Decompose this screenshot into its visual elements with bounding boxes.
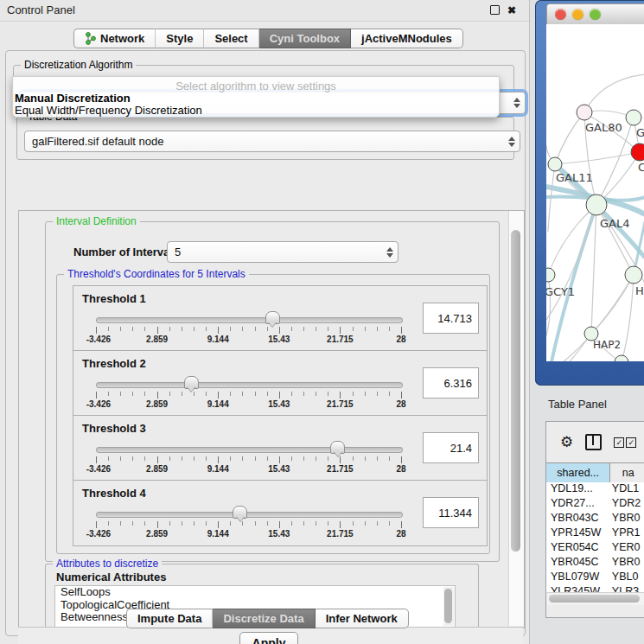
close-icon[interactable]: ✖ [507,5,517,16]
table-data-combobox[interactable]: galFiltered.sif default node [24,131,520,152]
tab-cyni-toolbox[interactable]: Cyni Toolbox [259,29,351,48]
tab-discretize-data[interactable]: Discretize Data [213,609,315,628]
network-node[interactable] [577,105,592,120]
table-hscroll-thumb[interactable] [549,595,640,603]
network-node[interactable] [586,194,607,215]
slider-ticks [96,456,401,463]
minimize-traffic-light-icon[interactable] [572,9,583,20]
table-toolbar: ⚙ ✓ ✓ [546,422,644,462]
tab-label: Style [166,32,193,45]
table-row[interactable]: YBR043CYBR0 [546,512,644,526]
slider-tick-labels: -3.4262.8599.14415.4321.71528 [96,464,401,475]
network-window-titlebar [546,3,644,25]
table-cell: YBR0 [608,556,644,571]
slider-ticks [96,392,401,399]
content-scrollbar-thumb[interactable] [511,230,520,552]
tab-style[interactable]: Style [156,29,204,48]
combo-arrows-icon [508,137,515,147]
table-row[interactable]: YBR045CYBR0 [546,556,644,571]
slider-track[interactable] [96,317,403,323]
combo-arrows-icon [513,98,520,108]
node-label: GAL11 [556,171,593,184]
network-node[interactable] [548,157,562,171]
thresholds-group-title: Threshold's Coordinates for 5 Intervals [64,268,249,280]
network-node[interactable] [615,355,628,361]
table-cell: YER054C [546,541,608,556]
table-horizontal-scrollbar[interactable] [547,592,644,605]
slider-thumb[interactable] [330,441,345,454]
right-column: GAL80GACGAL11GAL4GCY1HHAP2 Table Panel ⚙… [529,0,644,644]
slider-thumb[interactable] [233,506,247,519]
table-cell: YBL079W [546,571,608,585]
tab-impute-data[interactable]: Impute Data [126,609,213,628]
network-node[interactable] [625,266,642,284]
popup-placeholder-item[interactable]: Select algorithm to view settings [13,80,499,92]
content-scrollbar[interactable] [508,211,524,626]
tab-infer-network[interactable]: Infer Network [316,609,409,628]
interval-definition-title: Interval Definition [53,215,140,227]
table-cell: YDL1 [608,482,644,497]
thresholds-group: Threshold's Coordinates for 5 Intervals … [56,274,490,554]
slider-track[interactable] [96,512,403,518]
threshold-value-field[interactable]: 11.344 [423,497,479,528]
table-row[interactable]: YER054CYER0 [546,541,644,556]
tab-select[interactable]: Select [204,29,258,48]
tab-label: Network [100,32,144,45]
checkbox-checked-icon[interactable]: ✓ [614,437,624,448]
network-node[interactable] [546,268,555,282]
table-row[interactable]: YDL19...YDL1 [546,482,644,497]
popup-item-equal-width[interactable]: Equal Width/Frequency Discretization [15,104,202,117]
slider-thumb[interactable] [184,376,199,389]
checkbox-checked-icon[interactable]: ✓ [626,437,636,448]
zoom-traffic-light-icon[interactable] [590,9,601,20]
node-label: GA [636,126,644,139]
columns-icon[interactable] [585,434,602,450]
table-data-value: galFiltered.sif default node [32,135,163,148]
threshold-label: Threshold 4 [82,487,146,500]
slider-thumb[interactable] [265,311,280,324]
threshold-value-field[interactable]: 21.4 [423,432,479,463]
network-node[interactable] [631,143,644,161]
slider-tick-labels: -3.4262.8599.14415.4321.71528 [96,335,401,345]
network-canvas[interactable]: GAL80GACGAL11GAL4GCY1HHAP2 [546,24,644,361]
threshold-panel-4: Threshold 4-3.4262.8599.14415.4321.71528… [73,480,488,546]
network-node[interactable] [626,110,641,125]
slider-tick-labels: -3.4262.8599.14415.4321.71528 [96,529,401,539]
table-row[interactable]: YLR345WYLR3 [546,585,644,592]
attribute-list-item[interactable]: SelfLoops [55,586,455,599]
slider-tick-labels: -3.4262.8599.14415.4321.71528 [96,399,401,410]
tab-jactivemnodules[interactable]: jActiveMNodules [351,29,463,48]
float-window-icon[interactable] [490,5,500,15]
apply-button[interactable]: Apply [239,632,298,644]
table-cell: YDL19... [546,482,608,497]
close-traffic-light-icon[interactable] [555,9,566,20]
node-label: GCY1 [546,285,575,298]
slider-track[interactable] [96,382,403,388]
gear-icon[interactable]: ⚙ [560,433,573,451]
threshold-panel-1: Threshold 1-3.4262.8599.14415.4321.71528… [73,285,488,352]
table-row[interactable]: YBL079WYBL0 [546,571,644,585]
tab-label: Discretize Data [223,612,303,625]
table-cell: YDR2 [608,497,644,512]
table-header-row: shared...na [546,462,644,483]
threshold-panel-3: Threshold 3-3.4262.8599.14415.4321.71528… [73,415,488,481]
algorithm-dropdown-popup: Select algorithm to view settings Manual… [12,76,500,118]
popup-item-manual-discretization[interactable]: Manual Discretization [15,92,131,105]
attributes-scrollbar[interactable] [443,587,454,626]
table-column-header[interactable]: shared... [546,463,610,482]
threshold-value-field[interactable]: 6.316 [423,367,479,399]
slider-track[interactable] [96,447,403,453]
tab-label: Cyni Toolbox [270,32,340,45]
table-column-header[interactable]: na [610,463,644,482]
threshold-value-field[interactable]: 14.713 [423,303,479,334]
numerical-attributes-label: Numerical Attributes [56,571,166,583]
attributes-group-title: Attributes to discretize [53,558,162,570]
tab-network[interactable]: Network [73,29,156,48]
table-row[interactable]: YPR145WYPR1 [546,526,644,541]
num-intervals-combobox[interactable]: 5 [167,241,399,263]
network-view-window: GAL80GACGAL11GAL4GCY1HHAP2 [535,0,644,386]
slider-ticks [96,521,401,528]
node-label: GAL4 [600,217,629,230]
table-cell: YPR145W [546,526,608,541]
table-row[interactable]: YDR27...YDR2 [546,497,644,512]
